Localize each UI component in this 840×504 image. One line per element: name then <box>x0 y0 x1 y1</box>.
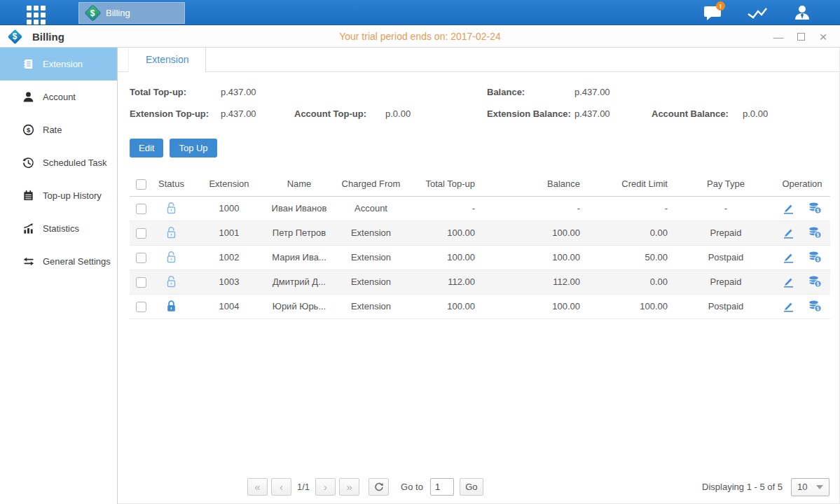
edit-pencil-icon[interactable] <box>783 301 794 312</box>
window-title: Billing <box>32 31 64 43</box>
topup-coins-icon[interactable]: $ <box>808 276 822 288</box>
topup-coins-icon[interactable]: $ <box>808 227 822 239</box>
edit-pencil-icon[interactable] <box>783 276 794 288</box>
chevron-down-icon <box>816 485 823 489</box>
next-page-button[interactable]: › <box>315 478 336 496</box>
status-unlocked-icon <box>152 245 191 270</box>
svg-text:$: $ <box>817 208 820 214</box>
table-row: 1002 Мария Ива... Extension 100.00 100.0… <box>130 245 830 270</box>
sidebar-item-rate[interactable]: $ Rate <box>0 113 117 146</box>
row-checkbox[interactable] <box>136 302 146 312</box>
sidebar-item-statistics[interactable]: Statistics <box>0 212 117 245</box>
col-charged-from: Charged From <box>331 172 411 196</box>
topup-button[interactable]: Top Up <box>170 139 216 158</box>
cell-charged-from: Extension <box>331 270 411 294</box>
sidebar-item-extension[interactable]: Extension <box>0 48 117 80</box>
edit-pencil-icon[interactable] <box>783 203 794 214</box>
sidebar-item-topup-history[interactable]: Top-up History <box>0 179 117 212</box>
table-row: 1001 Петр Петров Extension 100.00 100.00… <box>130 220 830 245</box>
col-name: Name <box>268 172 331 196</box>
table-header-row: Status Extension Name Charged From Total… <box>130 172 830 196</box>
messages-icon[interactable]: ! <box>703 4 722 21</box>
row-checkbox[interactable] <box>136 253 146 263</box>
app-grid-icon[interactable] <box>27 6 46 24</box>
tab-extension[interactable]: Extension <box>128 48 206 72</box>
maximize-icon[interactable] <box>795 31 806 42</box>
edit-pencil-icon[interactable] <box>783 252 794 263</box>
refresh-icon[interactable] <box>369 478 389 496</box>
cell-extension: 1003 <box>191 270 268 294</box>
main-content: Extension Total Top-up: p.437.00 Extensi… <box>118 48 840 504</box>
account-balance-label: Account Balance: <box>652 108 743 119</box>
cell-credit-limit: 100.00 <box>590 294 677 318</box>
summary-right: Balance: p.437.00 Extension Balance: p.4… <box>487 81 799 125</box>
goto-page-input[interactable] <box>430 478 454 496</box>
resource-monitor-icon[interactable] <box>748 4 767 21</box>
billing-app-screen: $ Billing ! <box>0 0 840 504</box>
page-indicator: 1/1 <box>297 482 310 492</box>
last-page-button[interactable]: » <box>339 478 359 496</box>
cell-extension: 1001 <box>191 220 268 245</box>
displaying-text: Displaying 1 - 5 of 5 <box>702 482 783 492</box>
cell-pay-type: Postpaid <box>677 294 774 318</box>
svg-text:$: $ <box>817 306 820 312</box>
notification-badge: ! <box>716 1 725 10</box>
user-account-icon[interactable] <box>792 4 812 21</box>
total-topup-value: p.437.00 <box>221 87 294 97</box>
edit-pencil-icon[interactable] <box>783 227 794 239</box>
cell-pay-type: - <box>677 196 774 220</box>
cell-extension: 1002 <box>191 245 268 270</box>
summary-left: Total Top-up: p.437.00 Extension Top-up:… <box>130 81 466 125</box>
go-button[interactable]: Go <box>460 478 483 496</box>
sidebar-item-scheduled-task[interactable]: Scheduled Task <box>0 146 117 179</box>
balance-value: p.437.00 <box>574 87 652 97</box>
topup-coins-icon[interactable]: $ <box>808 300 822 312</box>
col-operation: Operation <box>774 172 830 196</box>
page-size-select[interactable]: 10 <box>791 478 829 496</box>
table-row: 1003 Дмитрий Д... Extension 112.00 112.0… <box>130 270 830 294</box>
cell-charged-from: Extension <box>331 245 411 270</box>
edit-button[interactable]: Edit <box>130 139 163 158</box>
cell-pay-type: Postpaid <box>677 245 774 270</box>
minimize-icon[interactable]: — <box>773 31 784 42</box>
cell-balance: - <box>485 196 590 220</box>
col-pay-type: Pay Type <box>677 172 774 196</box>
topup-coins-icon[interactable]: $ <box>808 202 822 214</box>
sidebar-item-account[interactable]: Account <box>0 80 117 113</box>
svg-text:$: $ <box>817 281 820 287</box>
row-checkbox[interactable] <box>136 204 146 214</box>
row-checkbox[interactable] <box>136 228 146 239</box>
account-topup-label: Account Top-up: <box>294 108 385 119</box>
pagination-right: Displaying 1 - 5 of 5 10 <box>702 478 829 496</box>
window-title-group: $ Billing <box>7 29 64 44</box>
rate-dollar-coin-icon: $ <box>22 124 35 136</box>
cell-charged-from: Account <box>331 196 411 220</box>
cell-balance: 100.00 <box>485 245 590 270</box>
status-unlocked-icon <box>152 220 191 245</box>
cell-name: Иван Иванов <box>268 196 331 220</box>
table-row: 1000 Иван Иванов Account - - - - $ <box>130 196 830 220</box>
account-balance-value: p.0.00 <box>743 108 799 119</box>
col-balance: Balance <box>485 172 590 196</box>
trial-period-notice: Your trial period ends on: 2017-02-24 <box>0 25 840 48</box>
select-all-checkbox[interactable] <box>136 179 146 190</box>
extensions-table: Status Extension Name Charged From Total… <box>130 172 830 319</box>
close-icon[interactable]: × <box>818 31 829 42</box>
svg-text:$: $ <box>27 126 31 134</box>
action-buttons: Edit Top Up <box>118 127 839 158</box>
cell-extension: 1004 <box>191 294 268 318</box>
prev-page-button[interactable]: ‹ <box>271 478 291 496</box>
cell-name: Мария Ива... <box>268 245 331 270</box>
page-size-value: 10 <box>797 482 807 492</box>
goto-label: Go to <box>401 482 423 492</box>
statistics-chart-icon <box>22 223 35 235</box>
topup-coins-icon[interactable]: $ <box>808 251 822 263</box>
sidebar-item-label: Extension <box>43 59 83 69</box>
sidebar-item-general-settings[interactable]: General Settings <box>0 245 117 278</box>
first-page-button[interactable]: « <box>247 478 268 496</box>
window-controls: — × <box>773 25 829 48</box>
taskbar-billing-tab[interactable]: $ Billing <box>78 2 185 24</box>
row-checkbox[interactable] <box>136 277 146 288</box>
cell-total-topup: 100.00 <box>411 294 485 318</box>
total-topup-label: Total Top-up: <box>130 87 221 97</box>
